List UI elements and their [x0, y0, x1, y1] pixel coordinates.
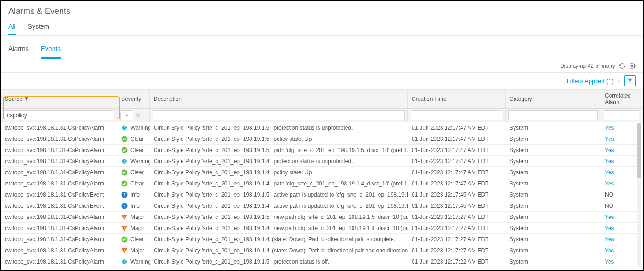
tab-alarms[interactable]: Alarms [8, 42, 29, 59]
cell-source: cw.topo_svc:198.18.1.31-CsPolicyAlarm [1, 214, 117, 220]
cell-severity: !Warning [117, 125, 150, 131]
scrollbar[interactable] [637, 123, 641, 267]
cell-correlated[interactable]: Yes [601, 136, 642, 142]
cell-time: 01-Jun-2023 12:17:47 AM EDT [408, 147, 506, 153]
filter-time-input[interactable] [411, 110, 502, 120]
filter-description-input[interactable] [153, 110, 405, 120]
table-row[interactable]: cw.topo_svc:198.18.1.31-CsPolicyAlarm!Ma… [1, 245, 643, 256]
cell-severity: !Warning [117, 258, 150, 265]
table-row[interactable]: cw.topo_svc:198.18.1.31-CsPolicyAlarm!Ma… [1, 223, 643, 234]
filter-category-input[interactable] [508, 110, 598, 120]
cell-correlated[interactable]: Yes [601, 180, 642, 187]
table-row[interactable]: cw.topo_svc:198.18.1.31-CsPolicyAlarmCle… [1, 234, 643, 245]
cell-correlated[interactable]: Yes [601, 214, 642, 220]
top-tabs: All System [1, 20, 643, 36]
cell-correlated[interactable]: Yes [601, 247, 642, 254]
table-row[interactable]: cw.topo_svc:198.18.1.31-CsPolicyAlarm!Ma… [1, 267, 643, 271]
table-row[interactable]: cw.topo_svc:198.18.1.31-CsPolicyAlarm!Wa… [1, 122, 643, 133]
cell-severity: !Major [117, 214, 150, 220]
cell-description: Circuit-Style Policy 'srte_c_201_ep_198.… [150, 158, 408, 165]
col-header-severity[interactable]: Severity [117, 90, 150, 108]
filter-button[interactable] [624, 75, 636, 86]
cell-correlated: NO [601, 203, 642, 209]
col-header-source[interactable]: Source [1, 90, 117, 108]
table-row[interactable]: cw.topo_svc:198.18.1.31-CsPolicyAlarmCle… [1, 133, 643, 145]
cell-severity: Clear [117, 136, 150, 142]
table-row[interactable]: cw.topo_svc:198.18.1.31-CsPolicyAlarm!Ma… [1, 212, 643, 223]
cell-description: Circuit-Style Policy 'srte_c_201_ep_198.… [150, 225, 408, 231]
cell-description: Circuit-Style Policy 'srte_c_201_ep_198.… [150, 147, 408, 153]
severity-major-icon: ! [121, 270, 128, 271]
severity-clear-icon [121, 180, 128, 187]
cell-description: Circuit-Style Policy 'srte_c_201_ep_198.… [150, 236, 408, 243]
tab-system[interactable]: System [28, 20, 50, 35]
col-header-correlated[interactable]: Correlated Alarm [601, 90, 642, 108]
svg-text:i: i [124, 203, 125, 208]
cell-category: System [506, 225, 601, 231]
table-row[interactable]: cw.topo_svc:198.18.1.31-CsPolicyEventiIn… [1, 189, 643, 200]
cell-source: cw.topo_svc:198.18.1.31-CsPolicyAlarm [1, 247, 117, 254]
col-header-creation-time[interactable]: Creation Time [408, 90, 506, 108]
svg-marker-1 [627, 79, 633, 84]
cell-source: cw.topo_svc:198.18.1.31-CsPolicyEvent [1, 192, 117, 198]
tab-events[interactable]: Events [41, 42, 61, 59]
severity-warning-icon: ! [121, 125, 128, 131]
cell-time: 01-Jun-2023 12:17:45 AM EDT [408, 203, 506, 209]
cell-description: Circuit-Style Policy 'srte_c_201_ep_198.… [150, 258, 408, 265]
svg-text:!: ! [124, 159, 125, 164]
cell-source: cw.topo_svc:198.18.1.31-CsPolicyEvent [1, 203, 117, 209]
filters-applied-link[interactable]: Filters Applied (1) [567, 78, 621, 85]
svg-point-0 [631, 65, 633, 67]
cell-description: Circuit-Style Policy 'srte_c_201_ep_198.… [150, 169, 408, 176]
cell-time: 01-Jun-2023 12:17:27 AM EDT [408, 236, 506, 243]
col-header-description[interactable]: Description [150, 90, 408, 108]
tab-all[interactable]: All [8, 20, 16, 35]
cell-correlated[interactable]: Yes [601, 236, 642, 243]
cell-correlated[interactable]: Yes [601, 125, 642, 131]
cell-severity: !Major [117, 270, 150, 271]
table-row[interactable]: cw.topo_svc:198.18.1.31-CsPolicyAlarm!Wa… [1, 256, 643, 267]
table-row[interactable]: cw.topo_svc:198.18.1.31-CsPolicyAlarmCle… [1, 145, 643, 156]
toolbar: Displaying 42 of many [1, 59, 643, 73]
cell-time: 01-Jun-2023 12:17:47 AM EDT [408, 136, 506, 142]
cell-time: 01-Jun-2023 12:17:22 AM EDT [408, 270, 506, 271]
table-row[interactable]: cw.topo_svc:198.18.1.31-CsPolicyAlarmCle… [1, 178, 643, 189]
cell-severity: !Major [117, 247, 150, 254]
cell-time: 01-Jun-2023 12:17:27 AM EDT [408, 225, 506, 231]
table-row[interactable]: cw.topo_svc:198.18.1.31-CsPolicyEventiIn… [1, 200, 643, 212]
table-row[interactable]: cw.topo_svc:198.18.1.31-CsPolicyAlarm!Wa… [1, 156, 643, 167]
cell-correlated[interactable]: Yes [601, 225, 642, 231]
refresh-icon[interactable] [619, 63, 625, 69]
cell-category: System [506, 180, 601, 187]
result-count: Displaying 42 of many [560, 63, 615, 69]
cell-severity: iInfo [117, 192, 150, 198]
cell-correlated[interactable]: Yes [601, 158, 642, 165]
cell-severity: !Major [117, 225, 150, 231]
severity-clear-icon [121, 236, 128, 243]
cell-correlated[interactable]: Yes [601, 147, 642, 153]
events-table: Source Severity Description Creation Tim… [1, 90, 643, 271]
cell-correlated[interactable]: Yes [601, 258, 642, 265]
table-row[interactable]: cw.topo_svc:198.18.1.31-CsPolicyAlarmCle… [1, 167, 643, 178]
svg-text:!: ! [124, 248, 125, 252]
col-header-category[interactable]: Category [506, 90, 601, 108]
chevron-down-icon [124, 113, 129, 118]
cell-source: cw.topo_svc:198.18.1.31-CsPolicyAlarm [1, 236, 117, 243]
filter-correlated-input[interactable] [604, 110, 639, 120]
severity-clear-icon [121, 169, 128, 176]
severity-info-icon: i [121, 192, 128, 198]
cell-source: cw.topo_svc:198.18.1.31-CsPolicyAlarm [1, 225, 117, 231]
cell-correlated[interactable]: Yes [601, 169, 642, 176]
cell-severity: Clear [117, 180, 150, 187]
cell-source: cw.topo_svc:198.18.1.31-CsPolicyAlarm [1, 258, 117, 265]
cell-category: System [506, 203, 601, 209]
filter-source-input[interactable] [4, 110, 114, 120]
table-filter: ✕ [1, 109, 643, 122]
gear-icon[interactable] [629, 63, 636, 69]
cell-severity: !Warning [117, 158, 150, 165]
filter-severity-clear[interactable]: ✕ [135, 112, 141, 119]
cell-description: Circuit-Style Policy 'srte_c_201_ep_198.… [150, 214, 408, 220]
scrollbar-thumb[interactable] [637, 123, 641, 178]
cell-correlated[interactable]: Yes [601, 270, 642, 271]
filter-severity-dropdown[interactable] [120, 110, 133, 120]
